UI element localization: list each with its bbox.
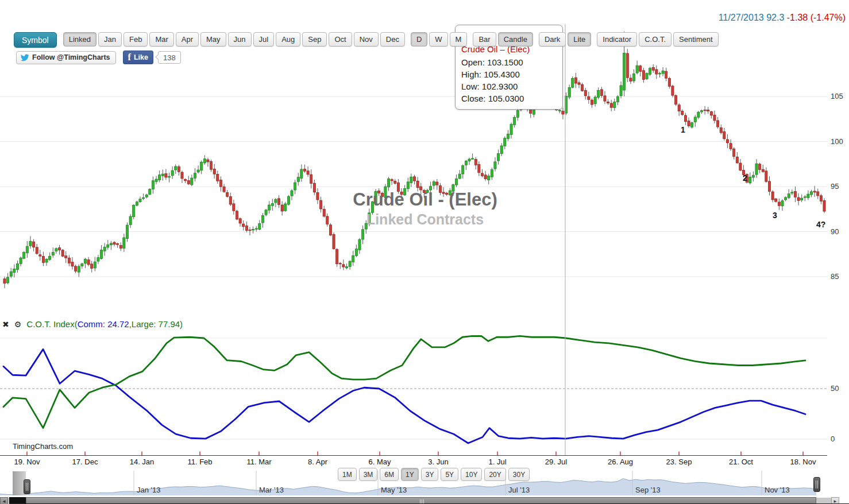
x-axis-date-label: 11. Mar xyxy=(246,458,271,466)
x-axis-date-label: 18. Nov xyxy=(790,458,816,466)
x-axis-date-label: 29. Jul xyxy=(545,458,567,466)
navigator-month-label: May '13 xyxy=(381,486,407,494)
chart-annotation: 4? xyxy=(816,220,825,229)
chart-annotation: 1 xyxy=(681,125,685,134)
toolbar-button-sep[interactable]: Sep xyxy=(302,32,327,46)
toolbar-button-feb[interactable]: Feb xyxy=(124,32,148,46)
x-axis-date-label: 26. Aug xyxy=(608,458,633,466)
range-button-5y[interactable]: 5Y xyxy=(441,468,458,481)
brand-link[interactable]: TimingCharts.com xyxy=(13,442,73,451)
navigator-month-label: Jan '13 xyxy=(137,486,161,494)
chart-annotation: 3 xyxy=(773,211,777,220)
range-button-6m[interactable]: 6M xyxy=(380,468,399,481)
toolbar: Symbol LinkedJanFebMarAprMayJunJulAugSep… xyxy=(14,32,724,48)
cot-indicator-header: ✖ ⚙ C.O.T. Index(Comm: 24.72,Large: 77.9… xyxy=(2,319,183,329)
range-button-1m[interactable]: 1M xyxy=(338,468,357,481)
navigator-month-label: Jul '13 xyxy=(508,486,530,494)
toolbar-button-nov[interactable]: Nov xyxy=(354,32,379,46)
tooltip-close-row: Close: 105.0300 xyxy=(461,92,562,104)
facebook-icon: f xyxy=(128,52,131,63)
toolbar-button-aug[interactable]: Aug xyxy=(276,32,300,46)
main-candle-chart xyxy=(3,32,825,288)
main-y-axis-label: 90 xyxy=(831,227,839,236)
toolbar-button-w[interactable]: W xyxy=(429,32,447,46)
toolbar-button-linked[interactable]: Linked xyxy=(63,32,97,46)
toolbar-button-jun[interactable]: Jun xyxy=(228,32,252,46)
toolbar-groups: LinkedJanFebMarAprMayJunJulAugSepOctNovD… xyxy=(63,32,724,46)
range-button-30y[interactable]: 30Y xyxy=(508,468,530,481)
gear-icon[interactable]: ⚙ xyxy=(14,320,22,329)
toolbar-button-lite[interactable]: Lite xyxy=(568,32,591,46)
x-axis-date-label: 19. Nov xyxy=(14,458,40,466)
symbol-button[interactable]: Symbol xyxy=(14,32,57,48)
toolbar-button-candle[interactable]: Candle xyxy=(498,32,533,46)
navigator-month-label: Mar '13 xyxy=(259,486,284,494)
scroll-left-arrow-icon[interactable]: ◄ xyxy=(0,497,8,504)
x-axis-date-label: 21. Oct xyxy=(729,458,753,466)
twitter-follow-button[interactable]: Follow @TimingCharts xyxy=(16,51,116,64)
toolbar-button-dec[interactable]: Dec xyxy=(380,32,405,46)
toolbar-button-jul[interactable]: Jul xyxy=(253,32,275,46)
facebook-like-button[interactable]: f Like xyxy=(123,51,153,64)
x-axis-date-label: 1. Jul xyxy=(488,458,506,466)
x-axis-date-label: 23. Sep xyxy=(666,458,692,466)
quote-date-price: 11/27/2013 92.3 xyxy=(719,13,784,22)
toolbar-button-sentiment[interactable]: Sentiment xyxy=(673,32,719,46)
quote-change: -1.38 (-1.47%) xyxy=(787,13,846,22)
cot-line-chart xyxy=(3,336,805,443)
cot-y-axis-label: 50 xyxy=(831,384,839,393)
x-axis-date-label: 8. Apr xyxy=(308,458,327,466)
toolbar-button-cot[interactable]: C.O.T. xyxy=(639,32,672,46)
button-group-theme: DarkLite xyxy=(539,32,591,46)
toolbar-button-apr[interactable]: Apr xyxy=(176,32,199,46)
x-axis-date-label: 3. Jun xyxy=(428,458,448,466)
like-count-badge: 138 xyxy=(158,51,181,64)
range-button-1y[interactable]: 1Y xyxy=(401,468,419,481)
x-axis-date-label: 17. Dec xyxy=(72,458,98,466)
button-group-chart-style: BarCandle xyxy=(473,32,532,46)
chart-annotation: 2 xyxy=(743,173,747,183)
navigator-right-handle[interactable] xyxy=(813,477,820,492)
twitter-follow-label: Follow @TimingCharts xyxy=(32,53,110,61)
x-axis-date-label: 14. Jan xyxy=(130,458,155,466)
toolbar-button-jan[interactable]: Jan xyxy=(98,32,122,46)
cot-comm-value: Comm: 24.72 xyxy=(78,319,129,329)
main-y-axis-label: 105 xyxy=(831,92,843,100)
navigator-month-label: Sep '13 xyxy=(635,486,661,494)
cot-series-large xyxy=(3,336,805,428)
close-icon[interactable]: ✖ xyxy=(2,320,9,329)
main-y-axis-label: 100 xyxy=(831,137,843,146)
toolbar-button-oct[interactable]: Oct xyxy=(329,32,352,46)
range-selector: 1M3M6M1Y3Y5Y10Y20Y30Y xyxy=(338,468,530,481)
toolbar-button-dark[interactable]: Dark xyxy=(539,32,566,46)
cot-large-value: ,Large: 77.94) xyxy=(129,319,183,329)
gridlines xyxy=(0,96,827,439)
facebook-like-label: Like xyxy=(134,53,148,61)
tooltip-low-row: Low: 102.9300 xyxy=(461,80,562,92)
x-axis-date-label: 11. Feb xyxy=(187,458,212,466)
tooltip-high-row: High: 105.4300 xyxy=(461,68,562,80)
scrollbar-grip-icon xyxy=(420,499,424,503)
range-button-20y[interactable]: 20Y xyxy=(484,468,505,481)
chart-application: 11/27/2013 92.3 -1.38 (-1.47%) Symbol Li… xyxy=(0,0,849,504)
navigator-left-handle[interactable] xyxy=(24,479,30,494)
x-axis-date-label: 6. May xyxy=(368,458,391,466)
toolbar-button-indicator[interactable]: Indicator xyxy=(597,32,637,46)
cot-title-prefix: C.O.T. Index( xyxy=(26,319,77,329)
x-axis xyxy=(0,452,827,456)
social-row: Follow @TimingCharts f Like 138 xyxy=(16,51,181,64)
toolbar-button-bar[interactable]: Bar xyxy=(473,32,496,46)
toolbar-button-may[interactable]: May xyxy=(200,32,226,46)
main-y-axis-label: 95 xyxy=(831,182,839,191)
range-button-3m[interactable]: 3M xyxy=(359,468,378,481)
price-header: 11/27/2013 92.3 -1.38 (-1.47%) xyxy=(719,13,846,23)
tooltip-open-row: Open: 103.1500 xyxy=(461,56,562,68)
toolbar-button-d[interactable]: D xyxy=(411,32,427,46)
range-button-3y[interactable]: 3Y xyxy=(421,468,439,481)
toolbar-button-mar[interactable]: Mar xyxy=(149,32,173,46)
range-button-10y[interactable]: 10Y xyxy=(461,468,482,481)
button-group-panels: IndicatorC.O.T.Sentiment xyxy=(597,32,718,46)
toolbar-button-m[interactable]: M xyxy=(450,32,468,46)
chart-canvas xyxy=(0,0,849,504)
twitter-bird-icon xyxy=(21,54,29,61)
